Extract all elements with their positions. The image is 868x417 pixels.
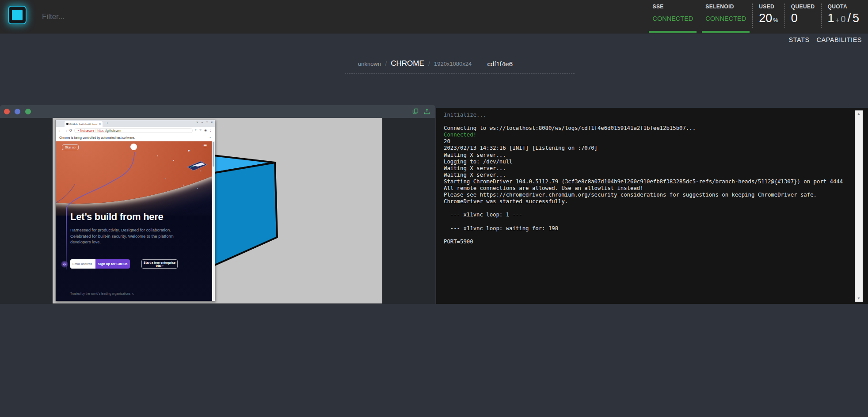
- scroll-down-icon[interactable]: ▼: [855, 296, 863, 300]
- log-line: PORT=5900: [444, 239, 849, 245]
- view-tabs: STATS CAPABILITIES: [788, 36, 862, 43]
- queued-value: 0: [791, 11, 798, 25]
- warning-icon: ▲: [77, 129, 79, 132]
- quota-label: QUOTA: [828, 4, 859, 10]
- page-scrollbar: [212, 141, 215, 301]
- queued-stat: QUEUED 0: [785, 0, 821, 34]
- quota-plus: +: [836, 16, 840, 23]
- selenoid-value: CONNECTED: [705, 15, 746, 22]
- quota-total: 5: [853, 11, 859, 25]
- remote-chrome-window: GitHub: Let’s build from he.. × + ∨ – □ …: [55, 120, 215, 301]
- url-scheme: https: [98, 129, 104, 132]
- session-row[interactable]: unknown / CHROME / 1920x1080x24 cdf1f4e6: [345, 59, 575, 74]
- share-icon: ⇧: [194, 129, 197, 132]
- session-name: unknown: [358, 61, 381, 67]
- used-value: 20: [759, 11, 772, 25]
- quota-slash: /: [847, 11, 851, 25]
- tab-capabilities[interactable]: CAPABILITIES: [817, 36, 862, 43]
- minimize-light-icon[interactable]: [15, 109, 20, 114]
- purple-curve-decoration: [56, 141, 212, 216]
- log-line: [444, 232, 849, 239]
- log-line: [444, 118, 849, 125]
- github-email-field: [70, 259, 95, 269]
- quota-queued: 0: [841, 14, 845, 24]
- chrome-tabstrip: GitHub: Let’s build from he.. × + ∨ – □ …: [56, 120, 215, 127]
- log-line: --- x11vnc loop: 1 ---: [444, 212, 849, 218]
- session-log-panel: Initialize... Connecting to ws://localho…: [436, 108, 868, 304]
- expand-light-icon[interactable]: [25, 109, 31, 114]
- sse-value: CONNECTED: [652, 15, 693, 22]
- log-line: Starting ChromeDriver 104.0.5112.79 (3cf…: [444, 178, 849, 185]
- window-close-icon: ×: [211, 121, 213, 124]
- reload-icon: ⟳: [69, 128, 72, 133]
- log-line: All remote connections are allowed. Use …: [444, 185, 849, 192]
- github-hero: Sign up ☰: [56, 141, 212, 216]
- github-trusted-text: Trusted by the world’s leading organizat…: [70, 292, 134, 296]
- github-trial-button: Start a free enterprise trial ›: [141, 259, 178, 269]
- bookmark-star-icon: ☆: [199, 129, 202, 132]
- log-line: Initialize...: [444, 112, 849, 118]
- selenoid-status: SELENOID CONNECTED: [699, 0, 752, 34]
- forward-icon: →: [64, 128, 68, 133]
- back-icon: ←: [58, 128, 62, 133]
- quota-stat: QUOTA 1+0/5: [822, 0, 865, 34]
- status-bar: SSE CONNECTED SELENOID CONNECTED USED 20…: [646, 0, 865, 34]
- github-logo-icon: [130, 144, 137, 150]
- toolbar-actions: ⇧ ☆ ◉ ⋮: [194, 129, 212, 132]
- log-line: 20: [444, 138, 849, 145]
- hamburger-menu-icon: ☰: [203, 144, 207, 148]
- log-line: Waiting X server...: [444, 152, 849, 159]
- chrome-toolbar: ← → ⟳ ▲ Not secure | https ://github.com…: [56, 127, 215, 134]
- chrome-tab: GitHub: Let’s build from he.. ×: [65, 121, 103, 127]
- tab-search-icon: ∨: [196, 121, 198, 124]
- github-signup-cta: Sign up for GitHub: [95, 259, 130, 269]
- session-divider: /: [385, 60, 387, 68]
- used-suffix: %: [773, 17, 778, 23]
- window-maximize-icon: □: [206, 121, 208, 124]
- vnc-titlebar: [0, 105, 435, 118]
- log-line: --- x11vnc loop: waiting for: 198: [444, 225, 849, 232]
- log-line: Connecting to ws://localhost:8080/ws/log…: [444, 125, 849, 132]
- spaceship-graphic: [187, 160, 208, 172]
- log-line: Waiting X server...: [444, 165, 849, 172]
- log-line: Connected!: [444, 132, 849, 138]
- selenoid-logo[interactable]: [8, 6, 27, 24]
- filter-input[interactable]: [42, 0, 183, 34]
- log-line: Logging to: /dev/null: [444, 159, 849, 165]
- upload-icon[interactable]: [424, 108, 430, 114]
- log-line: [444, 219, 849, 225]
- vnc-remote-screen[interactable]: GitHub: Let’s build from he.. × + ∨ – □ …: [53, 118, 382, 303]
- session-id: cdf1f4e6: [487, 60, 513, 68]
- github-page: Sign up ☰ Let’s build from here Harnesse…: [56, 141, 212, 301]
- infobar-message: Chrome is being controlled by automated …: [59, 136, 135, 139]
- log-scrollbar[interactable]: ▲ ▼: [855, 110, 863, 302]
- address-bar: ▲ Not secure | https ://github.com: [74, 128, 193, 133]
- automation-infobar: Chrome is being controlled by automated …: [56, 134, 215, 141]
- selenoid-logo-square: [12, 10, 23, 20]
- github-headline: Let’s build from here: [70, 211, 163, 223]
- window-minimize-icon: –: [202, 121, 203, 124]
- github-favicon: [66, 123, 69, 125]
- github-signup-form: Sign up for GitHub Start a free enterpri…: [70, 259, 178, 269]
- vnc-window: GitHub: Let’s build from he.. × + ∨ – □ …: [0, 105, 435, 304]
- selenoid-ui-root: { "topbar": { "filter_placeholder": "Fil…: [0, 0, 868, 417]
- chrome-window-controls: ∨ – □ ×: [196, 121, 213, 124]
- queued-label: QUEUED: [791, 4, 815, 10]
- github-subtitle: Harnessed for productivity. Designed for…: [70, 227, 192, 245]
- close-light-icon[interactable]: [4, 109, 10, 114]
- new-tab-icon: +: [106, 121, 108, 125]
- top-bar: SSE CONNECTED SELENOID CONNECTED USED 20…: [0, 0, 868, 34]
- session-divider: /: [428, 60, 430, 68]
- sse-label: SSE: [652, 4, 693, 10]
- tab-close-icon: ×: [99, 122, 101, 125]
- chrome-tab-title: GitHub: Let’s build from he..: [69, 123, 98, 125]
- tab-stats[interactable]: STATS: [788, 36, 809, 43]
- used-label: USED: [759, 4, 778, 10]
- used-stat: USED 20%: [753, 0, 784, 34]
- scroll-up-icon[interactable]: ▲: [855, 112, 863, 116]
- log-line: [444, 205, 849, 212]
- log-lines: Initialize... Connecting to ws://localho…: [444, 112, 849, 245]
- code-icon: <>: [61, 261, 68, 268]
- clipboard-icon[interactable]: [412, 108, 419, 114]
- sse-status: SSE CONNECTED: [646, 0, 699, 34]
